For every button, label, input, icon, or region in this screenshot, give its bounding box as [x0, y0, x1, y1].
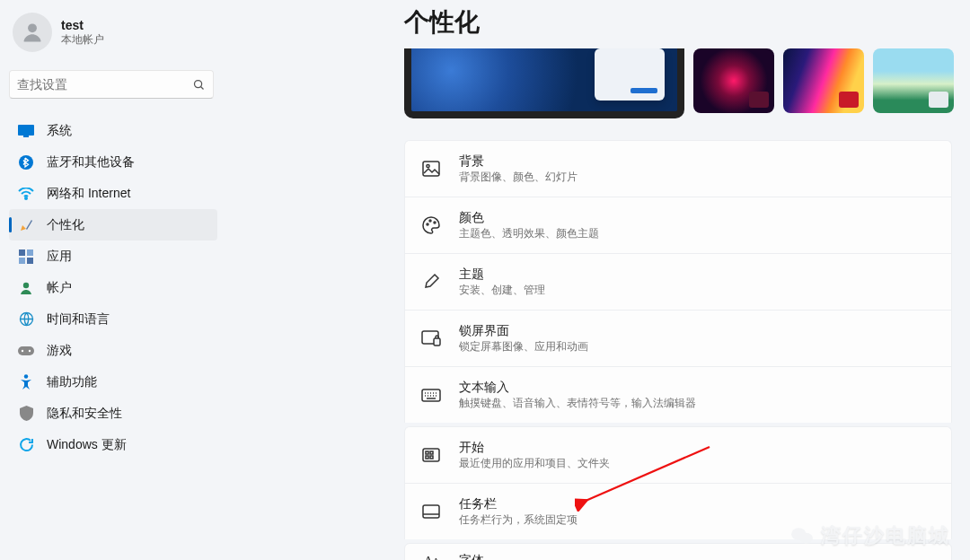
person-icon	[20, 20, 45, 45]
update-icon	[18, 437, 34, 453]
accessibility-icon	[18, 374, 34, 390]
avatar	[13, 13, 52, 52]
svg-point-15	[29, 349, 31, 351]
svg-rect-29	[430, 456, 433, 459]
svg-point-6	[25, 197, 27, 199]
sidebar-item-accessibility[interactable]: 辅助功能	[9, 366, 217, 398]
sidebar-item-system[interactable]: 系统	[9, 115, 217, 146]
svg-point-34	[799, 533, 813, 544]
apps-icon	[18, 249, 34, 265]
setting-themes[interactable]: 主题安装、创建、管理	[404, 253, 952, 310]
sidebar-item-label: 隐私和安全性	[47, 406, 122, 422]
sidebar-item-bluetooth[interactable]: 蓝牙和其他设备	[9, 146, 217, 178]
sidebar-item-time-language[interactable]: 时间和语言	[9, 303, 217, 335]
theme-thumbnail[interactable]	[783, 48, 864, 113]
search-icon	[192, 78, 206, 92]
svg-point-19	[427, 223, 428, 225]
sidebar-item-apps[interactable]: 应用	[9, 241, 217, 272]
svg-rect-26	[426, 451, 428, 454]
svg-rect-17	[423, 162, 439, 176]
bluetooth-icon	[18, 154, 34, 171]
search-box[interactable]	[9, 70, 214, 99]
svg-rect-3	[18, 125, 34, 136]
setting-text-input[interactable]: 文本输入触摸键盘、语音输入、表情符号等，输入法编辑器	[404, 366, 952, 423]
svg-rect-28	[426, 456, 428, 459]
svg-point-21	[434, 222, 436, 223]
setting-background[interactable]: 背景背景图像、颜色、幻灯片	[404, 140, 952, 197]
svg-point-1	[195, 80, 202, 87]
sidebar-item-privacy[interactable]: 隐私和安全性	[9, 398, 217, 429]
wifi-icon	[18, 186, 34, 202]
monitor-icon	[18, 123, 34, 139]
svg-point-20	[429, 220, 431, 222]
sidebar-item-label: Windows 更新	[47, 437, 127, 453]
svg-rect-7	[19, 249, 25, 256]
sidebar-item-label: 游戏	[47, 343, 72, 359]
theme-preview-row	[386, 48, 970, 118]
svg-rect-8	[27, 249, 33, 256]
settings-list: 背景背景图像、颜色、幻灯片 颜色主题色、透明效果、颜色主题 主题安装、创建、管理…	[386, 118, 970, 560]
sidebar-item-label: 系统	[47, 123, 72, 139]
setting-title: 颜色	[459, 210, 599, 226]
lock-screen-icon	[421, 328, 441, 348]
sidebar: test 本地帐户 系统 蓝牙和其他设备 网络和 Internet 个性化 应用	[0, 0, 223, 560]
sidebar-item-windows-update[interactable]: Windows 更新	[9, 429, 217, 460]
sidebar-item-accounts[interactable]: 帐户	[9, 272, 217, 303]
watermark: 湾仔沙电脑城	[790, 522, 950, 549]
setting-title: 主题	[459, 267, 545, 283]
sidebar-item-network[interactable]: 网络和 Internet	[9, 178, 217, 209]
svg-rect-9	[19, 258, 25, 264]
svg-rect-30	[423, 505, 439, 518]
sidebar-item-label: 帐户	[47, 280, 72, 296]
search-input[interactable]	[17, 77, 192, 92]
setting-lock-screen[interactable]: 锁屏界面锁定屏幕图像、应用和动画	[404, 310, 952, 366]
svg-point-16	[24, 374, 28, 378]
user-subtitle: 本地帐户	[61, 32, 104, 48]
sidebar-item-personalization[interactable]: 个性化	[9, 209, 217, 241]
svg-rect-25	[423, 449, 439, 461]
sidebar-item-label: 网络和 Internet	[47, 186, 130, 202]
current-theme-preview[interactable]	[404, 48, 684, 118]
svg-point-14	[22, 349, 23, 351]
setting-desc: 安装、创建、管理	[459, 283, 545, 298]
person-icon	[18, 280, 34, 296]
taskbar-icon	[421, 502, 441, 521]
svg-line-2	[201, 86, 204, 89]
sidebar-item-label: 蓝牙和其他设备	[47, 154, 135, 171]
setting-title: 开始	[459, 440, 610, 456]
setting-title: 背景	[459, 153, 578, 170]
user-account-row[interactable]: test 本地帐户	[4, 7, 223, 57]
setting-colors[interactable]: 颜色主题色、透明效果、颜色主题	[404, 197, 952, 253]
sidebar-item-label: 应用	[47, 249, 72, 265]
svg-point-0	[28, 23, 37, 32]
sidebar-item-gaming[interactable]: 游戏	[9, 335, 217, 366]
main-content: 个性化 背景背景图像、颜色、幻灯片 颜色主题色、透明效果、颜色主题 主题安装、创…	[386, 0, 970, 560]
gamepad-icon	[18, 343, 34, 359]
palette-icon	[421, 215, 441, 235]
shield-icon	[18, 406, 34, 422]
svg-rect-13	[18, 346, 34, 355]
setting-desc: 主题色、透明效果、颜色主题	[459, 226, 599, 241]
svg-point-11	[23, 282, 29, 287]
paintbrush-icon	[18, 217, 34, 233]
svg-rect-23	[434, 338, 440, 346]
image-icon	[421, 159, 441, 179]
setting-start[interactable]: 开始最近使用的应用和项目、文件夹	[404, 426, 952, 483]
setting-desc: 锁定屏幕图像、应用和动画	[459, 339, 588, 354]
setting-title: 文本输入	[459, 380, 696, 396]
brush-icon	[421, 272, 441, 292]
theme-thumbnail[interactable]	[693, 48, 774, 113]
theme-thumbnail[interactable]	[873, 48, 954, 113]
setting-desc: 背景图像、颜色、幻灯片	[459, 170, 578, 185]
setting-title: 任务栏	[459, 496, 578, 512]
keyboard-icon	[421, 385, 441, 405]
user-name: test	[61, 18, 104, 32]
setting-desc: 最近使用的应用和项目、文件夹	[459, 456, 610, 471]
start-icon	[421, 445, 441, 465]
user-text: test 本地帐户	[61, 18, 104, 48]
preview-window	[595, 48, 665, 101]
nav: 系统 蓝牙和其他设备 网络和 Internet 个性化 应用 帐户 时间和语言	[4, 115, 223, 460]
svg-rect-10	[27, 258, 33, 264]
sidebar-item-label: 个性化	[47, 217, 84, 233]
watermark-text: 湾仔沙电脑城	[821, 522, 950, 549]
